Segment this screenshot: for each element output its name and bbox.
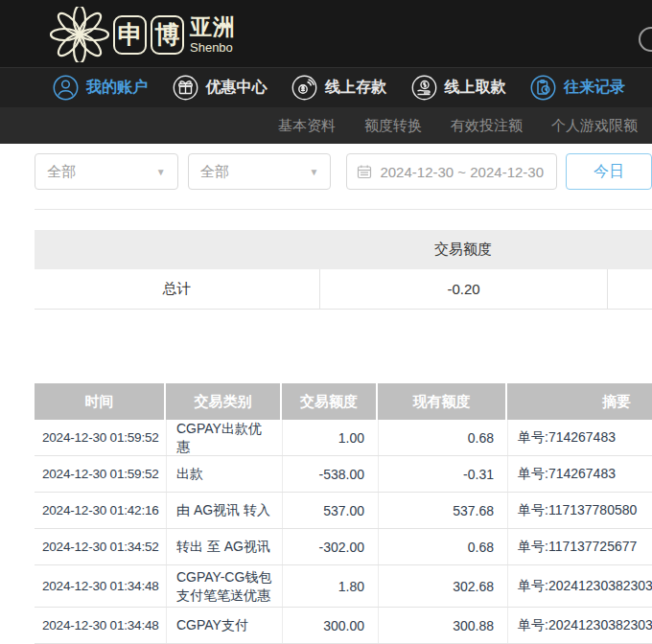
category-select-value: 全部 xyxy=(47,163,76,181)
today-button-label: 今日 xyxy=(594,162,624,182)
top-brand-bar: 申 博 亚洲 Shenbo xyxy=(0,0,652,67)
nav-item-promotions[interactable]: 优惠中心 xyxy=(173,75,268,101)
transactions-header-row: 时间 交易类别 交易额度 现有额度 摘要 xyxy=(35,383,652,420)
summary-header-row: 交易额度 xyxy=(35,230,652,269)
gift-circle-icon xyxy=(173,75,198,101)
cell-summary: 单号:117137780580 xyxy=(507,493,652,528)
type-select[interactable]: 全部 ▼ xyxy=(188,153,332,190)
summary-total-value: -0.20 xyxy=(319,269,607,309)
col-header-amount: 交易额度 xyxy=(282,383,378,420)
col-header-type: 交易类别 xyxy=(166,383,282,420)
table-row: 2024-12-30 01:42:16 由 AG视讯 转入 537.00 537… xyxy=(35,493,652,529)
summary-empty-cell xyxy=(607,269,652,309)
records-clipboard-icon xyxy=(530,75,556,101)
col-header-balance: 现有额度 xyxy=(378,383,507,420)
table-row: 2024-12-30 01:59:52 出款 -538.00 -0.31 单号:… xyxy=(35,456,652,493)
cell-type: CGPAY支付 xyxy=(166,608,282,643)
table-row: 2024-12-30 01:34:52 转出 至 AG视讯 -302.00 0.… xyxy=(35,529,652,565)
cell-time: 2024-12-30 01:34:52 xyxy=(35,529,166,564)
logo-char-bo: 博 xyxy=(151,15,184,55)
subnav-item-basic-info[interactable]: 基本资料 xyxy=(278,117,336,135)
cut-off-user-icon[interactable] xyxy=(639,27,652,52)
chevron-down-icon: ▼ xyxy=(310,167,319,177)
nav-item-my-account[interactable]: 我的账户 xyxy=(53,75,148,101)
col-header-summary: 摘要 xyxy=(507,383,652,420)
cell-amount: 300.00 xyxy=(282,608,378,643)
cell-type: CGPAY出款优惠 xyxy=(166,420,282,455)
cell-summary: 单号:2024123038230344 xyxy=(507,608,652,643)
nav-label: 线上存款 xyxy=(325,78,386,98)
col-header-time: 时间 xyxy=(35,383,166,420)
deposit-coin-icon xyxy=(291,75,317,101)
type-select-value: 全部 xyxy=(200,163,229,181)
subnav-item-credit-transfer[interactable]: 额度转换 xyxy=(364,117,422,135)
table-row: 2024-12-30 01:34:48 CGPAY-CG钱包支付笔笔送优惠 1.… xyxy=(35,565,652,608)
nav-label: 线上取款 xyxy=(445,78,506,98)
nav-item-online-deposit[interactable]: 线上存款 xyxy=(291,75,386,101)
subnav-item-valid-bets[interactable]: 有效投注额 xyxy=(451,117,523,135)
flower-logo-icon xyxy=(50,7,109,62)
nav-label: 往来记录 xyxy=(564,78,625,98)
date-range-value: 2024-12-30 ~ 2024-12-30 xyxy=(380,164,544,180)
cell-balance: 0.68 xyxy=(378,420,507,455)
calendar-icon xyxy=(357,164,372,179)
withdraw-coin-icon xyxy=(411,75,437,101)
cell-time: 2024-12-30 01:34:48 xyxy=(35,565,166,607)
subnav-item-personal-game-limit[interactable]: 个人游戏限额 xyxy=(551,117,638,135)
cell-summary: 单号:714267483 xyxy=(507,420,652,455)
nav-label: 优惠中心 xyxy=(206,78,268,98)
cell-balance: 300.88 xyxy=(378,608,507,643)
summary-total-row: 总计 -0.20 xyxy=(35,269,652,310)
cell-time: 2024-12-30 01:59:52 xyxy=(35,420,166,455)
cell-time: 2024-12-30 01:59:52 xyxy=(35,456,166,492)
table-row: 2024-12-30 01:59:52 CGPAY出款优惠 1.00 0.68 … xyxy=(35,420,652,456)
cell-summary: 单号:714267483 xyxy=(507,456,652,492)
table-row: 2024-12-30 01:34:48 CGPAY支付 300.00 300.8… xyxy=(35,608,652,644)
cell-balance: 302.68 xyxy=(378,565,507,607)
cell-amount: 1.80 xyxy=(282,565,378,607)
chevron-down-icon: ▼ xyxy=(156,167,166,177)
cell-type: 出款 xyxy=(166,456,282,492)
summary-header-amount: 交易额度 xyxy=(319,241,607,259)
cell-summary: 单号:2024123038230344 xyxy=(507,565,652,607)
cell-time: 2024-12-30 01:34:48 xyxy=(35,608,166,643)
account-sub-navigation: 基本资料 额度转换 有效投注额 个人游戏限额 xyxy=(0,107,652,144)
brand-logo[interactable]: 申 博 亚洲 Shenbo xyxy=(50,7,236,62)
filter-bar: 全部 ▼ 全部 ▼ 2024-12-30 ~ 2024-12-30 今日 xyxy=(35,153,652,190)
cell-time: 2024-12-30 01:42:16 xyxy=(35,493,166,528)
summary-total-label: 总计 xyxy=(35,269,319,309)
category-select[interactable]: 全部 ▼ xyxy=(35,153,178,190)
cell-balance: -0.31 xyxy=(378,456,507,492)
today-button[interactable]: 今日 xyxy=(566,153,652,190)
date-range-input[interactable]: 2024-12-30 ~ 2024-12-30 xyxy=(346,153,557,190)
nav-item-online-withdrawal[interactable]: 线上取款 xyxy=(411,75,506,101)
logo-char-shen: 申 xyxy=(113,15,147,55)
cell-amount: -538.00 xyxy=(282,456,378,492)
brand-wordmark: 亚洲 Shenbo xyxy=(190,16,236,54)
brand-subtitle: Shenbo xyxy=(190,41,236,54)
cell-summary: 单号:117137725677 xyxy=(507,529,652,564)
transactions-table: 时间 交易类别 交易额度 现有额度 摘要 2024-12-30 01:59:52… xyxy=(35,383,652,644)
page: 申 博 亚洲 Shenbo 我的账户 xyxy=(0,0,652,644)
cell-balance: 0.68 xyxy=(378,529,507,564)
summary-table: 交易额度 总计 -0.20 xyxy=(35,230,652,310)
cell-amount: -302.00 xyxy=(282,529,378,564)
cell-type: CGPAY-CG钱包支付笔笔送优惠 xyxy=(166,565,282,607)
cell-type: 转出 至 AG视讯 xyxy=(166,529,282,564)
section-divider xyxy=(35,209,652,210)
cell-amount: 537.00 xyxy=(282,493,378,528)
user-circle-icon xyxy=(53,75,79,101)
cell-balance: 537.68 xyxy=(378,493,507,528)
cell-amount: 1.00 xyxy=(282,420,378,455)
nav-item-transaction-records[interactable]: 往来记录 xyxy=(530,75,625,101)
cell-type: 由 AG视讯 转入 xyxy=(166,493,282,528)
main-navigation: 我的账户 优惠中心 xyxy=(0,67,652,107)
nav-label: 我的账户 xyxy=(86,78,148,98)
brand-region-label: 亚洲 xyxy=(190,16,236,38)
